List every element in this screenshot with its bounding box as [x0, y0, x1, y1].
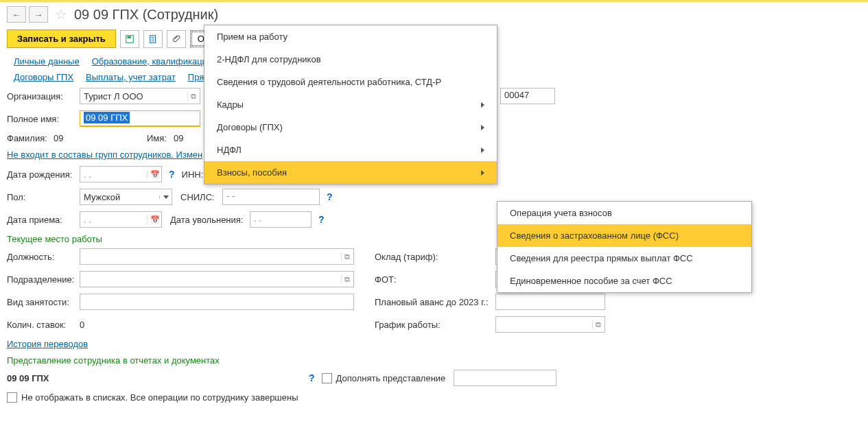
hide-checkbox[interactable] — [7, 392, 17, 403]
menu-item-ndfl[interactable]: НДФЛ — [204, 139, 497, 161]
org-field[interactable]: Турист Л ООО ⧉ — [80, 88, 200, 104]
back-button[interactable]: ← — [7, 6, 26, 23]
tab-contracts[interactable]: Договоры ГПХ — [14, 72, 73, 82]
submenu-lump-fss[interactable]: Единовременное пособие за счет ФСС — [497, 270, 751, 292]
fullname-field[interactable]: 09 09 ГПХ — [80, 110, 200, 127]
supplement-field[interactable] — [454, 370, 556, 386]
help-icon[interactable]: ? — [324, 191, 336, 202]
menu-item-contracts[interactable]: Договоры (ГПХ) — [204, 116, 497, 139]
snils-label: СНИЛС: — [180, 192, 218, 202]
menu-item-labor-info[interactable]: Сведения о трудовой деятельности работни… — [204, 71, 497, 93]
rate-count-value: 0 — [80, 320, 84, 330]
repr-value: 09 09 ГПХ — [7, 373, 302, 383]
chevron-right-icon — [481, 125, 484, 130]
hire-date-field[interactable]: . . 📅 — [80, 211, 162, 228]
help-icon[interactable]: ? — [166, 169, 178, 180]
menu-item-hire[interactable]: Прием на работу — [204, 25, 497, 48]
lookup-icon[interactable]: ⧉ — [341, 252, 352, 261]
section-representation: Представление сотрудника в отчетах и док… — [7, 355, 861, 366]
menu-item-contributions[interactable]: Взносы, пособия — [204, 161, 497, 184]
tab-personal[interactable]: Личные данные — [14, 56, 80, 67]
position-label: Должность: — [7, 252, 75, 262]
chevron-down-icon — [163, 195, 169, 199]
svg-rect-1 — [127, 36, 130, 38]
unit-label: Подразделение: — [7, 274, 75, 285]
name-value: 09 — [174, 133, 183, 143]
submenu-insured-fss[interactable]: Сведения о застрахованном лице (ФСС) — [497, 224, 751, 247]
hide-label: Не отображать в списках. Все операции по… — [21, 392, 298, 403]
help-icon[interactable]: ? — [316, 214, 327, 225]
snils-field[interactable]: - - — [222, 189, 320, 205]
dob-field[interactable]: . . 📅 — [80, 166, 162, 182]
unit-field[interactable]: ⧉ — [80, 271, 354, 287]
advance-label: Плановый аванс до 2023 г.: — [375, 297, 491, 307]
schedule-label: График работы: — [375, 320, 491, 330]
gender-label: Пол: — [7, 192, 75, 202]
org-label: Организация: — [7, 91, 75, 102]
group-link[interactable]: Не входит в составы групп сотрудников. И… — [7, 150, 202, 160]
surname-value: 09 — [54, 133, 143, 143]
supplement-checkbox[interactable] — [322, 373, 332, 383]
position-field[interactable]: ⧉ — [80, 248, 354, 265]
fire-date-label: Дата увольнения: — [170, 215, 246, 225]
employment-field[interactable] — [80, 294, 354, 310]
lookup-icon[interactable]: ⧉ — [592, 320, 603, 329]
lookup-icon[interactable]: ⧉ — [341, 275, 352, 284]
page-title: 09 09 ГПХ (Сотрудник) — [74, 7, 218, 23]
save-button[interactable] — [120, 30, 139, 48]
rate-count-label: Колич. ставок: — [7, 320, 75, 330]
tab-education[interactable]: Образование, квалификация — [92, 56, 212, 67]
menu-item-staff[interactable]: Кадры — [204, 93, 497, 116]
history-link[interactable]: История переводов — [7, 339, 88, 349]
chevron-right-icon — [481, 147, 484, 153]
contributions-submenu: Операция учета взносов Сведения о застра… — [497, 201, 752, 293]
calendar-icon[interactable]: 📅 — [147, 170, 160, 179]
tab-payments[interactable]: Выплаты, учет затрат — [86, 72, 176, 82]
name-label: Имя: — [147, 133, 169, 143]
fire-date-field[interactable]: . . — [250, 211, 312, 228]
hire-date-label: Дата приема: — [7, 215, 75, 225]
menu-item-2ndfl[interactable]: 2-НДФЛ для сотрудников — [204, 48, 497, 71]
employment-label: Вид занятости: — [7, 297, 75, 307]
submenu-registry-fss[interactable]: Сведения для реестра прямых выплат ФСС — [497, 247, 751, 270]
help-icon[interactable]: ? — [306, 372, 318, 383]
gender-select[interactable]: Мужской — [80, 189, 172, 205]
forward-button[interactable]: → — [29, 6, 48, 23]
supplement-label: Дополнять представление — [336, 373, 446, 383]
dob-label: Дата рождения: — [7, 169, 75, 180]
chevron-right-icon — [481, 170, 484, 176]
code-field[interactable]: 00047 — [500, 88, 555, 104]
lookup-icon[interactable]: ⧉ — [187, 92, 198, 101]
salary-label: Оклад (тариф): — [375, 252, 491, 262]
advance-field[interactable] — [495, 294, 605, 310]
schedule-field[interactable]: ⧉ — [495, 316, 605, 333]
submenu-op-contrib[interactable]: Операция учета взносов — [497, 202, 751, 224]
chevron-right-icon — [481, 102, 484, 108]
star-icon[interactable]: ☆ — [55, 6, 67, 23]
format-document-menu: Прием на работу 2-НДФЛ для сотрудников С… — [204, 25, 497, 185]
fot-label: ФОТ: — [375, 274, 491, 285]
attach-button[interactable] — [167, 30, 186, 48]
surname-label: Фамилия: — [7, 133, 49, 143]
fullname-label: Полное имя: — [7, 114, 75, 124]
inn-label: ИНН: — [182, 169, 206, 180]
document-button[interactable] — [143, 30, 163, 48]
save-close-button[interactable]: Записать и закрыть — [7, 29, 116, 48]
calendar-icon[interactable]: 📅 — [147, 215, 160, 224]
